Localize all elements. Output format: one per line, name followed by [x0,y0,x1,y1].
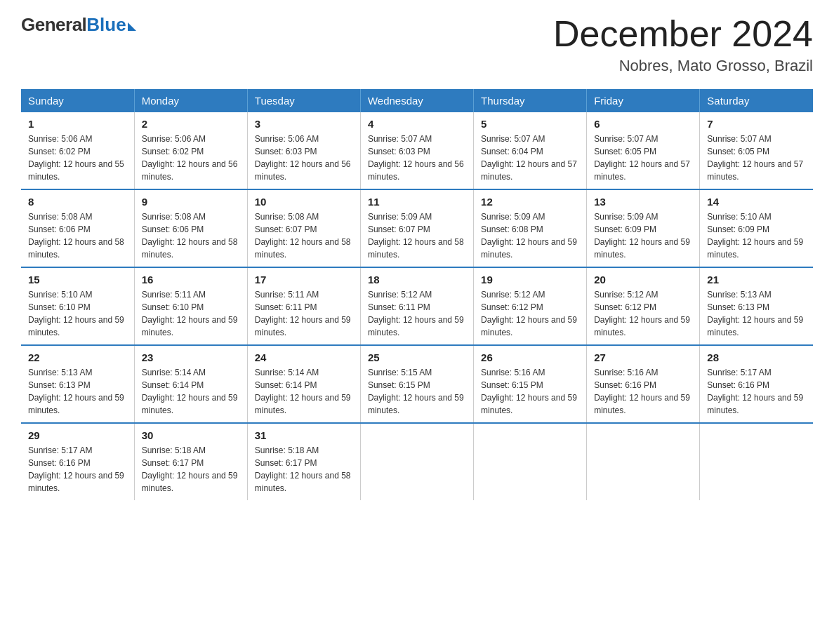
day-cell-15: 15Sunrise: 5:10 AMSunset: 6:10 PMDayligh… [21,267,134,345]
day-number: 19 [481,274,579,286]
day-number: 22 [28,351,127,363]
day-cell-9: 9Sunrise: 5:08 AMSunset: 6:06 PMDaylight… [134,189,247,267]
empty-cell [474,423,587,500]
empty-cell [587,423,700,500]
day-number: 6 [594,118,692,130]
day-number: 26 [481,351,579,363]
day-cell-7: 7Sunrise: 5:07 AMSunset: 6:05 PMDaylight… [700,112,813,189]
day-number: 15 [28,274,127,286]
day-number: 23 [142,351,240,363]
day-info: Sunrise: 5:12 AMSunset: 6:12 PMDaylight:… [594,288,692,339]
week-row-3: 15Sunrise: 5:10 AMSunset: 6:10 PMDayligh… [21,267,813,345]
day-info: Sunrise: 5:10 AMSunset: 6:09 PMDaylight:… [707,210,806,261]
calendar-table: SundayMondayTuesdayWednesdayThursdayFrid… [21,89,813,500]
header-day-tuesday: Tuesday [247,89,360,112]
day-number: 30 [142,429,240,441]
day-cell-25: 25Sunrise: 5:15 AMSunset: 6:15 PMDayligh… [360,345,473,423]
day-cell-11: 11Sunrise: 5:09 AMSunset: 6:07 PMDayligh… [360,189,473,267]
day-number: 18 [368,274,466,286]
empty-cell [360,423,473,500]
day-number: 5 [481,118,579,130]
day-cell-30: 30Sunrise: 5:18 AMSunset: 6:17 PMDayligh… [134,423,247,500]
day-info: Sunrise: 5:11 AMSunset: 6:11 PMDaylight:… [255,288,353,339]
day-info: Sunrise: 5:09 AMSunset: 6:08 PMDaylight:… [481,210,579,261]
header: General Blue December 2024 Nobres, Mato … [21,14,813,75]
day-info: Sunrise: 5:06 AMSunset: 6:02 PMDaylight:… [142,133,240,183]
day-number: 31 [255,429,353,441]
day-cell-20: 20Sunrise: 5:12 AMSunset: 6:12 PMDayligh… [587,267,700,345]
day-info: Sunrise: 5:09 AMSunset: 6:07 PMDaylight:… [368,210,466,261]
day-cell-6: 6Sunrise: 5:07 AMSunset: 6:05 PMDaylight… [587,112,700,189]
day-number: 28 [707,351,806,363]
week-row-5: 29Sunrise: 5:17 AMSunset: 6:16 PMDayligh… [21,423,813,500]
day-info: Sunrise: 5:18 AMSunset: 6:17 PMDaylight:… [255,444,353,495]
day-number: 7 [707,118,806,130]
day-info: Sunrise: 5:16 AMSunset: 6:15 PMDaylight:… [481,366,579,417]
logo-triangle-icon [128,22,136,31]
day-cell-21: 21Sunrise: 5:13 AMSunset: 6:13 PMDayligh… [700,267,813,345]
day-info: Sunrise: 5:12 AMSunset: 6:11 PMDaylight:… [368,288,466,339]
day-info: Sunrise: 5:08 AMSunset: 6:07 PMDaylight:… [255,210,353,261]
logo-blue-text: Blue [86,14,126,36]
day-number: 10 [255,196,353,208]
day-number: 14 [707,196,806,208]
day-cell-19: 19Sunrise: 5:12 AMSunset: 6:12 PMDayligh… [474,267,587,345]
day-cell-5: 5Sunrise: 5:07 AMSunset: 6:04 PMDaylight… [474,112,587,189]
day-cell-17: 17Sunrise: 5:11 AMSunset: 6:11 PMDayligh… [247,267,360,345]
day-cell-16: 16Sunrise: 5:11 AMSunset: 6:10 PMDayligh… [134,267,247,345]
day-info: Sunrise: 5:08 AMSunset: 6:06 PMDaylight:… [28,210,127,261]
header-day-wednesday: Wednesday [360,89,473,112]
month-title: December 2024 [553,14,813,54]
day-cell-3: 3Sunrise: 5:06 AMSunset: 6:03 PMDaylight… [247,112,360,189]
day-info: Sunrise: 5:10 AMSunset: 6:10 PMDaylight:… [28,288,127,339]
day-number: 16 [142,274,240,286]
day-info: Sunrise: 5:18 AMSunset: 6:17 PMDaylight:… [142,444,240,495]
day-info: Sunrise: 5:07 AMSunset: 6:05 PMDaylight:… [594,133,692,183]
day-number: 4 [368,118,466,130]
day-cell-26: 26Sunrise: 5:16 AMSunset: 6:15 PMDayligh… [474,345,587,423]
day-cell-10: 10Sunrise: 5:08 AMSunset: 6:07 PMDayligh… [247,189,360,267]
day-number: 27 [594,351,692,363]
day-info: Sunrise: 5:16 AMSunset: 6:16 PMDaylight:… [594,366,692,417]
day-info: Sunrise: 5:14 AMSunset: 6:14 PMDaylight:… [255,366,353,417]
day-cell-29: 29Sunrise: 5:17 AMSunset: 6:16 PMDayligh… [21,423,134,500]
day-cell-14: 14Sunrise: 5:10 AMSunset: 6:09 PMDayligh… [700,189,813,267]
day-info: Sunrise: 5:17 AMSunset: 6:16 PMDaylight:… [707,366,806,417]
header-day-thursday: Thursday [474,89,587,112]
day-number: 8 [28,196,127,208]
day-info: Sunrise: 5:07 AMSunset: 6:03 PMDaylight:… [368,133,466,183]
day-number: 1 [28,118,127,130]
header-day-saturday: Saturday [700,89,813,112]
day-number: 9 [142,196,240,208]
location-title: Nobres, Mato Grosso, Brazil [553,57,813,75]
day-number: 2 [142,118,240,130]
day-number: 13 [594,196,692,208]
day-cell-12: 12Sunrise: 5:09 AMSunset: 6:08 PMDayligh… [474,189,587,267]
day-cell-23: 23Sunrise: 5:14 AMSunset: 6:14 PMDayligh… [134,345,247,423]
header-day-monday: Monday [134,89,247,112]
day-number: 24 [255,351,353,363]
logo-blue-part: Blue [86,14,135,36]
week-row-1: 1Sunrise: 5:06 AMSunset: 6:02 PMDaylight… [21,112,813,189]
day-cell-28: 28Sunrise: 5:17 AMSunset: 6:16 PMDayligh… [700,345,813,423]
day-number: 21 [707,274,806,286]
day-number: 3 [255,118,353,130]
day-info: Sunrise: 5:06 AMSunset: 6:02 PMDaylight:… [28,133,127,183]
day-number: 17 [255,274,353,286]
logo: General Blue [21,14,136,36]
header-day-friday: Friday [587,89,700,112]
day-number: 11 [368,196,466,208]
week-row-4: 22Sunrise: 5:13 AMSunset: 6:13 PMDayligh… [21,345,813,423]
week-row-2: 8Sunrise: 5:08 AMSunset: 6:06 PMDaylight… [21,189,813,267]
day-info: Sunrise: 5:14 AMSunset: 6:14 PMDaylight:… [142,366,240,417]
day-number: 29 [28,429,127,441]
day-info: Sunrise: 5:07 AMSunset: 6:04 PMDaylight:… [481,133,579,183]
day-info: Sunrise: 5:06 AMSunset: 6:03 PMDaylight:… [255,133,353,183]
day-cell-4: 4Sunrise: 5:07 AMSunset: 6:03 PMDaylight… [360,112,473,189]
day-info: Sunrise: 5:11 AMSunset: 6:10 PMDaylight:… [142,288,240,339]
day-cell-8: 8Sunrise: 5:08 AMSunset: 6:06 PMDaylight… [21,189,134,267]
day-info: Sunrise: 5:13 AMSunset: 6:13 PMDaylight:… [707,288,806,339]
day-cell-24: 24Sunrise: 5:14 AMSunset: 6:14 PMDayligh… [247,345,360,423]
header-day-sunday: Sunday [21,89,134,112]
day-cell-27: 27Sunrise: 5:16 AMSunset: 6:16 PMDayligh… [587,345,700,423]
